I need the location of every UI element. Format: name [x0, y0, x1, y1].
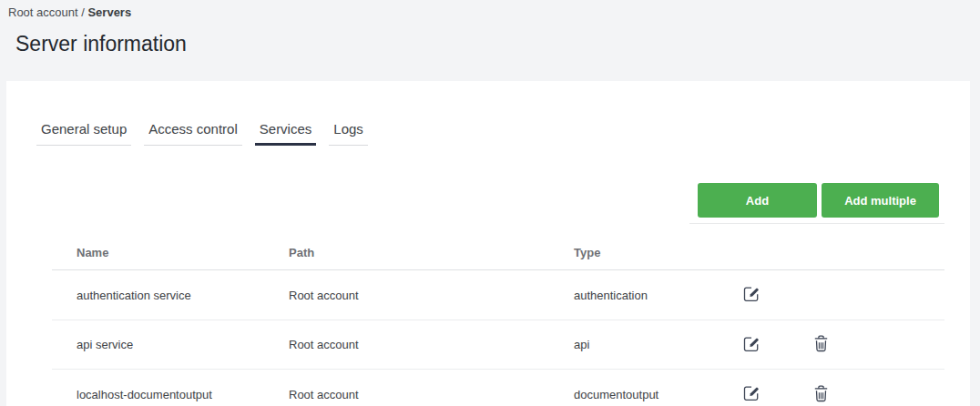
tab-logs[interactable]: Logs: [329, 121, 368, 146]
service-path-cell: Root account: [264, 320, 549, 370]
trash-icon: [813, 335, 829, 352]
content-panel: General setup Access control Services Lo…: [6, 81, 970, 406]
service-path-cell: Root account: [264, 270, 549, 320]
toolbar-button-group: Add Add multiple: [689, 183, 944, 224]
breadcrumb-separator: /: [78, 5, 88, 19]
edit-cell: [718, 370, 787, 406]
delete-cell: [787, 370, 944, 406]
delete-button[interactable]: [812, 384, 830, 402]
breadcrumb-root-link[interactable]: Root account: [8, 5, 78, 19]
column-header-edit: [718, 234, 787, 270]
table-row: api service Root account api: [52, 320, 944, 370]
service-type-cell: api: [549, 320, 718, 370]
services-table-body: authentication service Root account auth…: [52, 270, 944, 406]
service-type-cell: authentication: [549, 270, 718, 320]
edit-icon: [743, 336, 761, 352]
toolbar: Add Add multiple: [6, 183, 944, 224]
breadcrumb: Root account / Servers: [8, 5, 980, 20]
service-type-cell: documentoutput: [549, 370, 718, 406]
breadcrumb-current: Servers: [87, 5, 131, 19]
service-name-cell: localhost-documentoutput: [52, 370, 264, 406]
column-header-delete: [787, 234, 944, 270]
tab-general-setup[interactable]: General setup: [36, 121, 131, 146]
delete-cell: [787, 320, 944, 370]
table-header-row: Name Path Type: [52, 234, 944, 270]
column-header-type: Type: [549, 234, 718, 270]
delete-cell: [787, 270, 944, 320]
column-header-name: Name: [52, 234, 264, 270]
service-name-cell: api service: [52, 320, 264, 370]
tab-services[interactable]: Services: [255, 121, 317, 146]
page-title: Server information: [15, 31, 980, 56]
delete-button[interactable]: [812, 335, 830, 353]
service-path-cell: Root account: [264, 370, 549, 406]
add-button[interactable]: Add: [698, 183, 817, 218]
edit-button[interactable]: [742, 285, 761, 303]
edit-cell: [718, 320, 787, 370]
top-bar: Root account / Servers Server informatio…: [0, 0, 980, 56]
edit-icon: [743, 286, 761, 302]
column-header-path: Path: [264, 234, 549, 270]
tab-bar: General setup Access control Services Lo…: [36, 121, 970, 146]
edit-button[interactable]: [742, 335, 761, 353]
services-table-container: Name Path Type authentication service Ro…: [52, 234, 944, 406]
edit-button[interactable]: [742, 384, 761, 402]
tab-access-control[interactable]: Access control: [144, 121, 242, 146]
table-row: localhost-documentoutput Root account do…: [52, 370, 944, 406]
service-name-cell: authentication service: [52, 270, 264, 320]
add-multiple-button[interactable]: Add multiple: [822, 183, 939, 218]
edit-cell: [718, 270, 787, 320]
services-table: Name Path Type authentication service Ro…: [52, 234, 944, 406]
table-row: authentication service Root account auth…: [52, 270, 944, 320]
edit-icon: [743, 385, 761, 401]
trash-icon: [813, 385, 829, 402]
